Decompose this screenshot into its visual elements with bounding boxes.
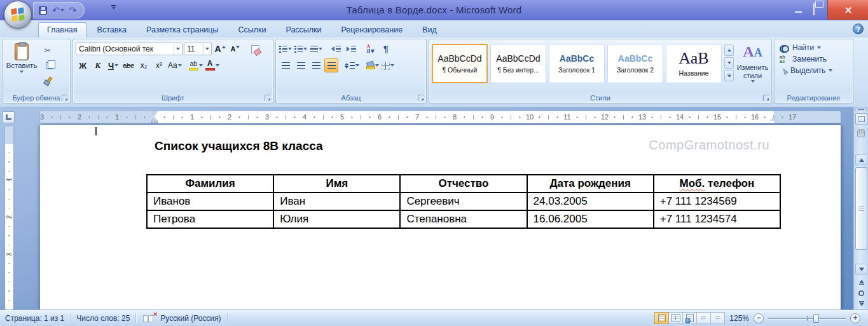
cell-birthdate[interactable]: 16.06.2005 xyxy=(527,210,654,228)
grow-font-button[interactable]: А xyxy=(213,42,227,56)
style-card-normal[interactable]: AaBbCcDd ¶ Обычный xyxy=(432,44,488,83)
cell-birthdate[interactable]: 24.03.2005 xyxy=(527,193,654,210)
decrease-indent-button[interactable] xyxy=(329,42,343,56)
undo-button[interactable]: ↶ xyxy=(52,6,64,15)
style-card-heading1[interactable]: AaBbCc Заголовок 1 xyxy=(549,44,605,83)
justify-button[interactable] xyxy=(324,58,338,72)
close-button[interactable] xyxy=(827,0,868,20)
table-header-row[interactable]: Фамилия Имя Отчество Дата рождения Моб. … xyxy=(147,175,780,193)
chevron-down-icon[interactable] xyxy=(390,64,394,67)
col-header-name[interactable]: Имя xyxy=(273,175,400,193)
chevron-down-icon[interactable] xyxy=(199,64,203,67)
increase-indent-button[interactable] xyxy=(344,42,358,56)
align-center-button[interactable] xyxy=(294,58,308,72)
highlight-button[interactable]: ab xyxy=(188,58,203,72)
select-browse-object-button[interactable] xyxy=(858,290,864,296)
chevron-down-icon[interactable] xyxy=(114,64,118,67)
redo-button[interactable]: ↷ xyxy=(69,6,77,15)
chevron-down-icon[interactable] xyxy=(288,48,292,50)
col-header-phone[interactable]: Моб. телефон xyxy=(654,175,780,193)
dialog-launcher-icon[interactable] xyxy=(265,95,271,101)
replace-button[interactable]: abac Заменить xyxy=(777,55,850,64)
chevron-down-icon[interactable] xyxy=(355,64,359,67)
first-line-indent-marker[interactable] xyxy=(151,111,158,116)
align-left-button[interactable] xyxy=(279,58,293,72)
vertical-ruler[interactable]: 1 2 3 xyxy=(5,126,13,309)
save-button[interactable] xyxy=(39,6,47,15)
vertical-scrollbar[interactable] xyxy=(853,107,868,309)
chevron-down-icon[interactable] xyxy=(216,64,219,67)
chevron-down-icon[interactable] xyxy=(375,64,379,67)
shading-button[interactable] xyxy=(366,58,380,72)
proofing-errors-icon[interactable]: × xyxy=(143,314,155,322)
zoom-in-button[interactable]: + xyxy=(850,313,860,323)
bold-button[interactable]: Ж xyxy=(76,58,90,72)
page-indicator[interactable]: Страница: 1 из 1 xyxy=(5,314,64,323)
subscript-button[interactable]: x₂ xyxy=(137,58,151,72)
table-row[interactable]: Петрова Юлия Степановна 16.06.2005 +7 11… xyxy=(147,210,780,228)
find-button[interactable]: Найти xyxy=(777,43,850,52)
tab-rassylki[interactable]: Рассылки xyxy=(277,22,330,37)
change-case-button[interactable]: Aa xyxy=(167,58,183,72)
tab-glavnaya[interactable]: Главная xyxy=(38,22,86,37)
tab-vid[interactable]: Вид xyxy=(413,22,446,37)
cell-surname[interactable]: Петрова xyxy=(147,210,273,228)
select-button[interactable]: Выделить xyxy=(777,66,850,75)
col-header-surname[interactable]: Фамилия xyxy=(147,175,273,193)
cell-name[interactable]: Иван xyxy=(273,193,400,210)
cut-button[interactable]: ✂ xyxy=(41,43,55,57)
strikethrough-button[interactable]: abc xyxy=(121,58,135,72)
clear-formatting-button[interactable] xyxy=(248,42,262,56)
cell-patronymic[interactable]: Сергеевич xyxy=(400,193,527,210)
chevron-down-icon[interactable] xyxy=(60,9,64,11)
dialog-launcher-icon[interactable] xyxy=(62,95,68,101)
split-window-handle[interactable] xyxy=(855,108,867,111)
sort-button[interactable]: АЯ xyxy=(364,42,378,56)
numbering-button[interactable] xyxy=(294,42,308,56)
multilevel-list-button[interactable] xyxy=(309,42,323,56)
align-right-button[interactable] xyxy=(309,58,323,72)
customize-qat-button[interactable] xyxy=(111,5,116,10)
cell-phone[interactable]: +7 111 1234569 xyxy=(654,193,780,210)
draft-view-button[interactable] xyxy=(710,312,725,324)
superscript-button[interactable]: x² xyxy=(152,58,166,72)
tab-ssylki[interactable]: Ссылки xyxy=(229,22,275,37)
styles-scroll-down-button[interactable] xyxy=(724,57,734,69)
cell-surname[interactable]: Иванов xyxy=(147,193,273,210)
scroll-up-button[interactable] xyxy=(855,154,867,165)
language-indicator[interactable]: Русский (Россия) xyxy=(160,314,221,323)
style-card-title[interactable]: АаВ Название xyxy=(666,44,722,83)
document-page[interactable]: Список учащихся 8В класса CompGramotnost… xyxy=(40,125,841,309)
scroll-down-button[interactable] xyxy=(855,264,867,275)
print-layout-view-button[interactable] xyxy=(654,312,669,324)
styles-scroll-up-button[interactable] xyxy=(724,44,734,56)
previous-page-button[interactable] xyxy=(857,278,866,287)
borders-button[interactable] xyxy=(381,58,395,72)
italic-button[interactable]: К xyxy=(91,58,105,72)
shrink-font-button[interactable]: А xyxy=(228,42,242,56)
view-ruler-toggle-button[interactable] xyxy=(855,113,867,125)
chevron-down-icon[interactable] xyxy=(303,48,307,50)
dialog-launcher-icon[interactable] xyxy=(418,95,424,101)
scrollbar-thumb[interactable] xyxy=(855,167,867,250)
copy-button[interactable] xyxy=(41,58,55,72)
tab-razmetka[interactable]: Разметка страницы xyxy=(137,22,227,37)
help-button[interactable]: ? xyxy=(853,24,864,34)
zoom-slider-thumb[interactable] xyxy=(813,314,819,323)
chevron-down-icon[interactable] xyxy=(319,48,322,50)
left-indent-marker[interactable] xyxy=(151,121,158,123)
minimize-button[interactable] xyxy=(789,3,807,15)
cell-patronymic[interactable]: Степановна xyxy=(400,210,527,228)
cell-phone[interactable]: +7 111 1234574 xyxy=(654,210,780,228)
chevron-down-icon[interactable] xyxy=(174,43,182,55)
font-color-button[interactable]: А xyxy=(205,58,220,72)
paste-button[interactable]: Вставить xyxy=(5,42,38,92)
dialog-launcher-icon[interactable] xyxy=(763,95,769,101)
font-name-combo[interactable]: Calibri (Основной тек xyxy=(76,43,183,55)
tab-vstavka[interactable]: Вставка xyxy=(88,22,135,37)
style-card-heading2[interactable]: AaBbCc Заголовок 2 xyxy=(607,44,663,83)
outline-view-button[interactable] xyxy=(696,312,711,324)
zoom-level[interactable]: 125% xyxy=(729,314,749,323)
restore-button[interactable] xyxy=(813,4,829,15)
show-marks-button[interactable]: ¶ xyxy=(379,42,393,56)
